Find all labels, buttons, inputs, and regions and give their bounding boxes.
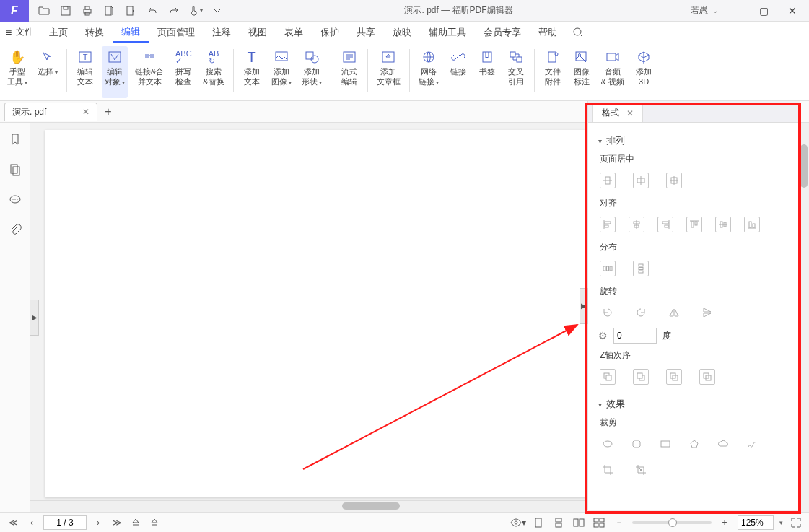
flip-vertical-icon[interactable] <box>699 305 715 320</box>
save-icon[interactable] <box>56 1 75 20</box>
last-page-icon[interactable]: ≫ <box>110 515 124 530</box>
menu-file[interactable]: 文件 <box>16 26 33 38</box>
align-middle-icon[interactable] <box>715 217 731 232</box>
add-text-button[interactable]: T添加 文本 <box>240 46 264 98</box>
maximize-button[interactable]: ▢ <box>751 1 776 21</box>
distribute-vertical-icon[interactable] <box>633 261 649 276</box>
crop-ellipse-icon[interactable] <box>600 436 616 452</box>
menu-member[interactable]: 会员专享 <box>475 22 530 43</box>
menu-convert[interactable]: 转换 <box>76 22 113 43</box>
first-page-icon[interactable]: ≪ <box>6 515 20 530</box>
prev-page-icon[interactable]: ‹ <box>25 515 39 530</box>
link-button[interactable]: 链接 <box>446 46 471 98</box>
distribute-horizontal-icon[interactable] <box>600 261 616 276</box>
find-replace-button[interactable]: AB↻搜索 &替换 <box>200 46 227 98</box>
hamburger-icon[interactable]: ≡ <box>6 27 12 38</box>
zoom-out-icon[interactable]: − <box>612 515 626 530</box>
center-both-icon[interactable] <box>666 173 682 188</box>
eye-icon[interactable]: ▾ <box>511 515 525 530</box>
gear-icon[interactable]: ⚙ <box>598 330 608 341</box>
facing-icon[interactable] <box>572 515 586 530</box>
user-name[interactable]: 若愚 <box>691 4 708 17</box>
edit-object-button[interactable]: 编辑 对象 <box>102 46 128 98</box>
add-shape-button[interactable]: 添加 形状 <box>299 46 325 98</box>
menu-pages[interactable]: 页面管理 <box>149 22 204 43</box>
bookmark-button[interactable]: 书签 <box>475 46 499 98</box>
rotation-degree-input[interactable] <box>613 328 657 344</box>
menu-comment[interactable]: 注释 <box>204 22 240 43</box>
send-backward-icon[interactable] <box>666 369 682 385</box>
align-bottom-icon[interactable] <box>744 217 760 232</box>
page-input[interactable] <box>43 515 87 530</box>
align-right-icon[interactable] <box>657 217 673 232</box>
center-vertical-icon[interactable] <box>633 173 649 188</box>
crop-polygon-icon[interactable] <box>686 436 702 452</box>
crop-reset-icon[interactable] <box>633 462 649 478</box>
format-tab[interactable]: 格式 ✕ <box>592 103 643 122</box>
crop-cloud-icon[interactable] <box>715 436 731 452</box>
link-merge-button[interactable]: 链接&合 并文本 <box>132 46 167 98</box>
send-back-icon[interactable] <box>699 369 715 385</box>
left-expander[interactable]: ▶ <box>30 300 39 336</box>
menu-present[interactable]: 放映 <box>384 22 420 43</box>
close-panel-icon[interactable]: ✕ <box>626 108 634 118</box>
zoom-in-icon[interactable]: + <box>717 515 732 530</box>
qat-more-icon[interactable] <box>208 1 227 20</box>
bring-front-icon[interactable] <box>600 369 616 385</box>
fullscreen-icon[interactable] <box>789 515 803 530</box>
undo-icon[interactable] <box>143 1 162 20</box>
menu-view[interactable]: 视图 <box>240 22 276 43</box>
menu-share[interactable]: 共享 <box>348 22 384 43</box>
rotate-cw-icon[interactable] <box>600 305 616 320</box>
crop-tool-icon[interactable] <box>600 462 616 478</box>
crop-rect-icon[interactable] <box>657 436 673 452</box>
bookmark-panel-icon[interactable] <box>6 130 25 149</box>
add-image-button[interactable]: 添加 图像 <box>268 46 294 98</box>
center-horizontal-icon[interactable] <box>600 173 616 188</box>
user-dropdown-icon[interactable]: ⌄ <box>712 6 718 14</box>
menu-form[interactable]: 表单 <box>276 22 312 43</box>
flip-horizontal-icon[interactable] <box>666 305 682 320</box>
bring-forward-icon[interactable] <box>633 369 649 385</box>
add-tab-button[interactable]: + <box>105 105 111 118</box>
web-link-button[interactable]: 网络 链接 <box>416 46 442 98</box>
search-icon[interactable] <box>570 22 586 43</box>
image-mark-button[interactable]: 图像 标注 <box>569 46 594 98</box>
zoom-slider[interactable] <box>632 521 712 524</box>
export-word-icon[interactable] <box>121 1 140 20</box>
crossref-button[interactable]: 交叉 引用 <box>504 46 528 98</box>
export-pdf-icon[interactable] <box>100 1 118 20</box>
vscroll-thumb[interactable] <box>800 144 808 188</box>
hand-tool-button[interactable]: ✋手型 工具 <box>4 46 30 98</box>
menu-accessibility[interactable]: 辅助工具 <box>420 22 475 43</box>
edit-text-button[interactable]: T编辑 文本 <box>73 46 97 98</box>
spellcheck-button[interactable]: ABC✓拼写 检查 <box>171 46 196 98</box>
menu-edit[interactable]: 编辑 <box>113 22 149 43</box>
rotate-ccw-icon[interactable] <box>633 305 649 320</box>
attachment-button[interactable]: 文件 附件 <box>541 46 565 98</box>
align-center-h-icon[interactable] <box>629 217 644 232</box>
add-article-button[interactable]: 添加 文章框 <box>374 46 403 98</box>
nav-fwd-icon[interactable] <box>147 515 162 530</box>
select-button[interactable]: 选择 <box>35 46 61 98</box>
align-top-icon[interactable] <box>686 217 702 232</box>
effect-section[interactable]: 效果 <box>598 398 793 411</box>
flow-edit-button[interactable]: 流式 编辑 <box>337 46 362 98</box>
open-icon[interactable] <box>35 1 53 20</box>
close-tab-icon[interactable]: ✕ <box>82 107 89 117</box>
pages-panel-icon[interactable] <box>6 160 25 179</box>
align-left-icon[interactable] <box>600 217 616 232</box>
scroll-thumb[interactable] <box>342 502 400 510</box>
next-page-icon[interactable]: › <box>91 515 105 530</box>
nav-back-icon[interactable] <box>128 515 143 530</box>
menu-help[interactable]: 帮助 <box>530 22 566 43</box>
touch-mode-icon[interactable]: ▾ <box>186 1 205 20</box>
arrange-section[interactable]: 排列 <box>598 134 793 147</box>
redo-icon[interactable] <box>165 1 183 20</box>
minimize-button[interactable]: — <box>722 1 747 21</box>
continuous-icon[interactable] <box>551 515 566 530</box>
audio-video-button[interactable]: 音频 & 视频 <box>598 46 627 98</box>
comments-panel-icon[interactable] <box>6 191 25 209</box>
crop-freeform-icon[interactable] <box>744 436 760 452</box>
menu-home[interactable]: 主页 <box>40 22 76 43</box>
